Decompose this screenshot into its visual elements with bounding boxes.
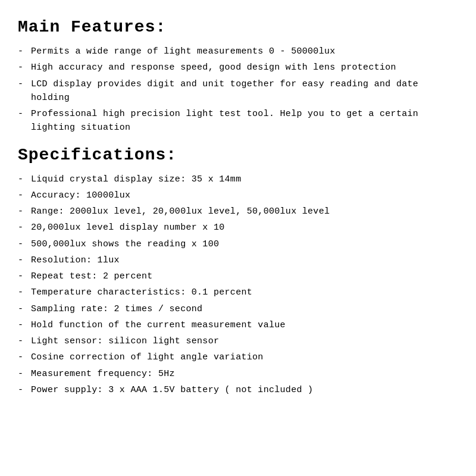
list-item: - Resolution: 1lux [18, 253, 458, 267]
list-item: - Permits a wide range of light measurem… [18, 45, 458, 58]
list-item: - Liquid crystal display size: 35 x 14mm [18, 173, 458, 186]
bullet-dash: - [18, 61, 31, 74]
list-item-text: 20,000lux level display number x 10 [31, 221, 458, 234]
list-item-text: Cosine correction of light angle variati… [31, 350, 458, 364]
bullet-dash: - [18, 205, 31, 218]
list-item-text: Range: 2000lux level, 20,000lux level, 5… [31, 205, 458, 218]
list-item: - Temperature characteristics: 0.1 perce… [18, 286, 458, 299]
page-container: Main Features: - Permits a wide range of… [18, 18, 458, 397]
list-item-text: Measurement frequency: 5Hz [31, 367, 458, 381]
list-item-text: Hold function of the current measurement… [31, 318, 458, 332]
list-item: - Hold function of the current measureme… [18, 318, 458, 332]
bullet-dash: - [18, 350, 31, 364]
bullet-dash: - [18, 237, 31, 251]
specifications-section: Specifications: - Liquid crystal display… [18, 146, 458, 397]
specifications-list: - Liquid crystal display size: 35 x 14mm… [18, 173, 458, 397]
list-item: - Cosine correction of light angle varia… [18, 350, 458, 364]
list-item: - 20,000lux level display number x 10 [18, 221, 458, 234]
list-item: - LCD display provides digit and unit to… [18, 77, 458, 105]
list-item: - Measurement frequency: 5Hz [18, 367, 458, 381]
bullet-dash: - [18, 221, 31, 234]
bullet-dash: - [18, 286, 31, 299]
list-item-text: Liquid crystal display size: 35 x 14mm [31, 173, 458, 186]
bullet-dash: - [18, 173, 31, 186]
list-item: - Power supply: 3 x AAA 1.5V battery ( n… [18, 383, 458, 397]
list-item-text: Accuracy: 10000lux [31, 189, 458, 202]
bullet-dash: - [18, 270, 31, 283]
list-item: - Range: 2000lux level, 20,000lux level,… [18, 205, 458, 218]
list-item: - 500,000lux shows the reading x 100 [18, 237, 458, 251]
list-item-text: 500,000lux shows the reading x 100 [31, 237, 458, 251]
bullet-dash: - [18, 253, 31, 267]
list-item-text: Professional high precision light test t… [31, 107, 458, 135]
list-item-text: LCD display provides digit and unit toge… [31, 77, 458, 105]
list-item-text: Light sensor: silicon light sensor [31, 334, 458, 348]
bullet-dash: - [18, 318, 31, 332]
main-features-title: Main Features: [18, 18, 458, 36]
list-item: - Accuracy: 10000lux [18, 189, 458, 202]
list-item: - Repeat test: 2 percent [18, 270, 458, 283]
list-item-text: Permits a wide range of light measuremen… [31, 45, 458, 58]
list-item: - Professional high precision light test… [18, 107, 458, 135]
list-item-text: Sampling rate: 2 times / second [31, 302, 458, 316]
bullet-dash: - [18, 334, 31, 348]
bullet-dash: - [18, 367, 31, 381]
list-item-text: Power supply: 3 x AAA 1.5V battery ( not… [31, 383, 458, 397]
list-item-text: Temperature characteristics: 0.1 percent [31, 286, 458, 299]
list-item-text: Resolution: 1lux [31, 253, 458, 267]
list-item-text: High accuracy and response speed, good d… [31, 61, 458, 74]
specifications-title: Specifications: [18, 146, 458, 164]
bullet-dash: - [18, 107, 31, 121]
bullet-dash: - [18, 189, 31, 202]
bullet-dash: - [18, 383, 31, 397]
list-item: - Sampling rate: 2 times / second [18, 302, 458, 316]
bullet-dash: - [18, 77, 31, 91]
main-features-section: Main Features: - Permits a wide range of… [18, 18, 458, 135]
list-item: - High accuracy and response speed, good… [18, 61, 458, 74]
list-item: - Light sensor: silicon light sensor [18, 334, 458, 348]
main-features-list: - Permits a wide range of light measurem… [18, 45, 458, 135]
bullet-dash: - [18, 302, 31, 316]
bullet-dash: - [18, 45, 31, 58]
list-item-text: Repeat test: 2 percent [31, 270, 458, 283]
